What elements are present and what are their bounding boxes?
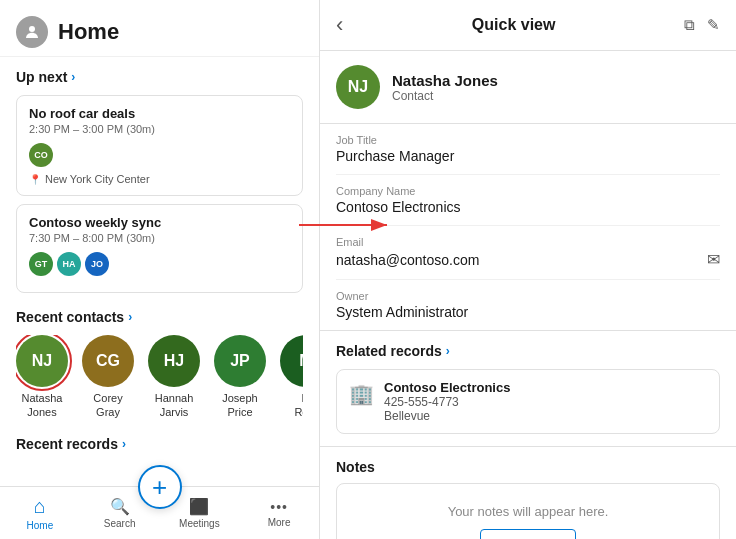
upnext-label: Up next [16, 69, 67, 85]
more-icon: ••• [270, 499, 288, 515]
contact-avatar-large: NJ [336, 65, 380, 109]
nav-more-label: More [268, 517, 291, 528]
contact-name-hj: HannahJarvis [155, 391, 194, 420]
card-2-avatars: GT HA JO [29, 252, 290, 276]
card-1-avatars: CO [29, 143, 290, 167]
recent-contacts-chevron: › [128, 310, 132, 324]
notes-card: Your notes will appear here. Add a note [336, 483, 720, 539]
email-value: natasha@contoso.com [336, 252, 479, 268]
bottom-nav: ⌂ Home 🔍 Search + ⬛ Meetings ••• More [0, 486, 319, 539]
nav-more[interactable]: ••• More [239, 499, 319, 528]
card-2-avatar-ha: HA [57, 252, 81, 276]
card-2-avatar-jo: JO [85, 252, 109, 276]
contact-joseph[interactable]: JP JosephPrice [214, 335, 266, 420]
card-1-title: No roof car deals [29, 106, 290, 121]
detail-job-title: Job Title Purchase Manager [336, 124, 720, 175]
meetings-icon: ⬛ [189, 497, 209, 516]
nav-meetings-label: Meetings [179, 518, 220, 529]
add-note-button[interactable]: Add a note [480, 529, 577, 539]
back-button[interactable]: ‹ [336, 12, 343, 38]
related-info: Contoso Electronics 425-555-4773 Bellevu… [384, 380, 510, 423]
recent-contacts-title[interactable]: Recent contacts › [16, 309, 303, 325]
header-actions: ⧉ ✎ [684, 16, 720, 34]
detail-section: Job Title Purchase Manager Company Name … [320, 124, 736, 330]
job-title-value: Purchase Manager [336, 148, 720, 164]
related-records-chevron: › [446, 344, 450, 358]
contact-avatar-nj: NJ [16, 335, 68, 387]
notes-section: Notes Your notes will appear here. Add a… [320, 446, 736, 539]
left-panel: Home Up next › No roof car deals 2:30 PM… [0, 0, 320, 539]
contact-m[interactable]: M MRo... [280, 335, 303, 420]
contact-corey[interactable]: CG CoreyGray [82, 335, 134, 420]
home-icon: ⌂ [34, 495, 46, 518]
company-label: Company Name [336, 185, 720, 197]
nav-search-label: Search [104, 518, 136, 529]
contact-natasha[interactable]: NJ NatashaJones [16, 335, 68, 420]
contact-name-nj: NatashaJones [22, 391, 63, 420]
email-label: Email [336, 236, 720, 248]
nav-home[interactable]: ⌂ Home [0, 495, 80, 531]
recent-records-chevron: › [122, 437, 126, 451]
detail-owner: Owner System Administrator [336, 280, 720, 330]
upnext-card-1[interactable]: No roof car deals 2:30 PM – 3:00 PM (30m… [16, 95, 303, 196]
nav-home-label: Home [27, 520, 54, 531]
related-company-phone: 425-555-4773 [384, 395, 510, 409]
recent-contacts-label: Recent contacts [16, 309, 124, 325]
fab-add-button[interactable]: + [138, 465, 182, 509]
related-records-section: Related records › 🏢 Contoso Electronics … [320, 330, 736, 446]
recent-contacts-section: Recent contacts › NJ NatashaJones CG Cor… [16, 309, 303, 420]
related-company-name: Contoso Electronics [384, 380, 510, 395]
notes-placeholder: Your notes will appear here. [448, 504, 609, 519]
owner-value: System Administrator [336, 304, 720, 320]
related-company-city: Bellevue [384, 409, 510, 423]
upnext-card-2[interactable]: Contoso weekly sync 7:30 PM – 8:00 PM (3… [16, 204, 303, 293]
contact-avatar-cg: CG [82, 335, 134, 387]
contact-type: Contact [392, 89, 498, 103]
page-title: Home [58, 19, 119, 45]
related-records-title[interactable]: Related records › [336, 343, 720, 359]
search-icon: 🔍 [110, 497, 130, 516]
quickview-title: Quick view [472, 16, 556, 34]
owner-label: Owner [336, 290, 720, 302]
contact-full-name: Natasha Jones [392, 72, 498, 89]
card-1-avatar-co: CO [29, 143, 53, 167]
card-2-title: Contoso weekly sync [29, 215, 290, 230]
detail-company: Company Name Contoso Electronics [336, 175, 720, 226]
contact-avatar-hj: HJ [148, 335, 200, 387]
contact-name-jp: JosephPrice [222, 391, 257, 420]
card-1-location-text: New York City Center [45, 173, 150, 185]
card-1-location: 📍 New York City Center [29, 173, 290, 185]
right-panel-header: ‹ Quick view ⧉ ✎ [320, 0, 736, 51]
left-content: Up next › No roof car deals 2:30 PM – 3:… [0, 57, 319, 486]
detail-email: Email natasha@contoso.com ✉ [336, 226, 720, 280]
contact-hannah[interactable]: HJ HannahJarvis [148, 335, 200, 420]
card-2-time: 7:30 PM – 8:00 PM (30m) [29, 232, 290, 244]
contact-avatar-m: M [280, 335, 303, 387]
left-header: Home [0, 0, 319, 57]
related-records-label: Related records [336, 343, 442, 359]
upnext-section-title[interactable]: Up next › [16, 69, 303, 85]
right-panel: ‹ Quick view ⧉ ✎ NJ Natasha Jones Contac… [320, 0, 736, 539]
email-value-row: natasha@contoso.com ✉ [336, 250, 720, 269]
contact-name-cg: CoreyGray [93, 391, 122, 420]
card-1-time: 2:30 PM – 3:00 PM (30m) [29, 123, 290, 135]
job-title-label: Job Title [336, 134, 720, 146]
related-card-contoso[interactable]: 🏢 Contoso Electronics 425-555-4773 Belle… [336, 369, 720, 434]
contact-name-m: MRo... [294, 391, 303, 420]
upnext-chevron: › [71, 70, 75, 84]
location-icon: 📍 [29, 174, 41, 185]
external-link-icon[interactable]: ⧉ [684, 16, 695, 34]
recent-records-section: Recent records › [16, 436, 303, 452]
card-2-avatar-gt: GT [29, 252, 53, 276]
svg-point-0 [29, 26, 35, 32]
contact-header: NJ Natasha Jones Contact [320, 51, 736, 124]
edit-icon[interactable]: ✎ [707, 16, 720, 34]
email-icon[interactable]: ✉ [707, 250, 720, 269]
contact-info: Natasha Jones Contact [392, 72, 498, 103]
company-value: Contoso Electronics [336, 199, 720, 215]
contacts-row: NJ NatashaJones CG CoreyGray HJ HannahJa… [16, 335, 303, 420]
contact-avatar-jp: JP [214, 335, 266, 387]
user-avatar [16, 16, 48, 48]
building-icon: 🏢 [349, 382, 374, 406]
recent-records-title[interactable]: Recent records › [16, 436, 303, 452]
